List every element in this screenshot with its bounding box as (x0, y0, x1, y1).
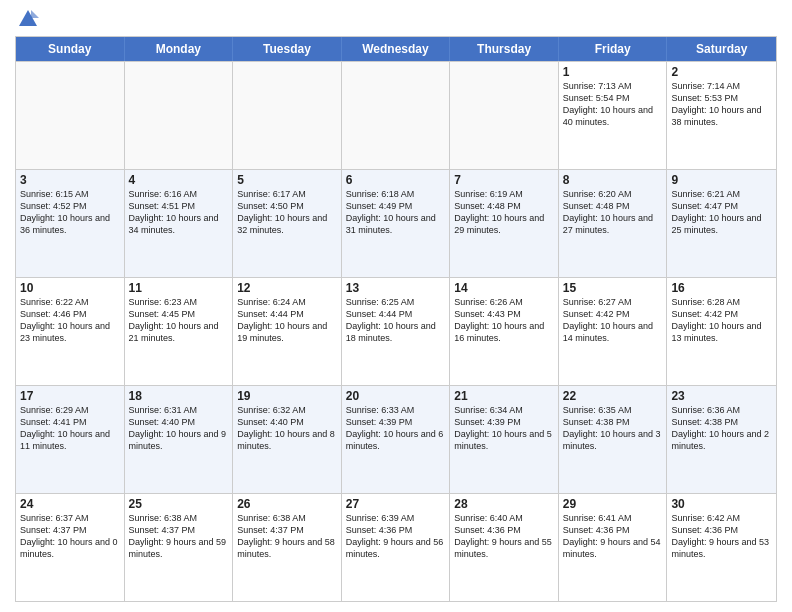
calendar-cell: 12Sunrise: 6:24 AM Sunset: 4:44 PM Dayli… (233, 278, 342, 385)
calendar-cell: 1Sunrise: 7:13 AM Sunset: 5:54 PM Daylig… (559, 62, 668, 169)
calendar-cell: 29Sunrise: 6:41 AM Sunset: 4:36 PM Dayli… (559, 494, 668, 601)
calendar-cell (233, 62, 342, 169)
day-info: Sunrise: 6:16 AM Sunset: 4:51 PM Dayligh… (129, 188, 229, 237)
calendar-cell: 22Sunrise: 6:35 AM Sunset: 4:38 PM Dayli… (559, 386, 668, 493)
day-info: Sunrise: 6:25 AM Sunset: 4:44 PM Dayligh… (346, 296, 446, 345)
day-info: Sunrise: 6:37 AM Sunset: 4:37 PM Dayligh… (20, 512, 120, 561)
day-info: Sunrise: 6:38 AM Sunset: 4:37 PM Dayligh… (129, 512, 229, 561)
calendar-cell: 26Sunrise: 6:38 AM Sunset: 4:37 PM Dayli… (233, 494, 342, 601)
svg-marker-1 (31, 10, 39, 18)
day-info: Sunrise: 6:42 AM Sunset: 4:36 PM Dayligh… (671, 512, 772, 561)
calendar-cell: 28Sunrise: 6:40 AM Sunset: 4:36 PM Dayli… (450, 494, 559, 601)
calendar-cell: 25Sunrise: 6:38 AM Sunset: 4:37 PM Dayli… (125, 494, 234, 601)
day-number: 5 (237, 173, 337, 187)
day-number: 29 (563, 497, 663, 511)
day-number: 7 (454, 173, 554, 187)
day-number: 6 (346, 173, 446, 187)
calendar-cell: 17Sunrise: 6:29 AM Sunset: 4:41 PM Dayli… (16, 386, 125, 493)
calendar-row: 10Sunrise: 6:22 AM Sunset: 4:46 PM Dayli… (16, 277, 776, 385)
day-info: Sunrise: 6:31 AM Sunset: 4:40 PM Dayligh… (129, 404, 229, 453)
day-number: 10 (20, 281, 120, 295)
weekday-header: Sunday (16, 37, 125, 61)
day-number: 8 (563, 173, 663, 187)
day-info: Sunrise: 6:22 AM Sunset: 4:46 PM Dayligh… (20, 296, 120, 345)
day-info: Sunrise: 6:15 AM Sunset: 4:52 PM Dayligh… (20, 188, 120, 237)
day-info: Sunrise: 7:13 AM Sunset: 5:54 PM Dayligh… (563, 80, 663, 129)
calendar-row: 3Sunrise: 6:15 AM Sunset: 4:52 PM Daylig… (16, 169, 776, 277)
calendar-body: 1Sunrise: 7:13 AM Sunset: 5:54 PM Daylig… (16, 61, 776, 601)
calendar-cell: 2Sunrise: 7:14 AM Sunset: 5:53 PM Daylig… (667, 62, 776, 169)
day-info: Sunrise: 6:38 AM Sunset: 4:37 PM Dayligh… (237, 512, 337, 561)
calendar-cell: 20Sunrise: 6:33 AM Sunset: 4:39 PM Dayli… (342, 386, 451, 493)
calendar-cell (342, 62, 451, 169)
day-number: 2 (671, 65, 772, 79)
day-info: Sunrise: 6:24 AM Sunset: 4:44 PM Dayligh… (237, 296, 337, 345)
day-info: Sunrise: 6:18 AM Sunset: 4:49 PM Dayligh… (346, 188, 446, 237)
day-number: 24 (20, 497, 120, 511)
calendar-cell: 13Sunrise: 6:25 AM Sunset: 4:44 PM Dayli… (342, 278, 451, 385)
day-info: Sunrise: 6:40 AM Sunset: 4:36 PM Dayligh… (454, 512, 554, 561)
calendar-cell: 11Sunrise: 6:23 AM Sunset: 4:45 PM Dayli… (125, 278, 234, 385)
day-number: 22 (563, 389, 663, 403)
day-info: Sunrise: 6:34 AM Sunset: 4:39 PM Dayligh… (454, 404, 554, 453)
day-number: 1 (563, 65, 663, 79)
day-number: 16 (671, 281, 772, 295)
calendar-cell: 4Sunrise: 6:16 AM Sunset: 4:51 PM Daylig… (125, 170, 234, 277)
day-number: 21 (454, 389, 554, 403)
day-info: Sunrise: 6:39 AM Sunset: 4:36 PM Dayligh… (346, 512, 446, 561)
day-number: 23 (671, 389, 772, 403)
calendar-cell: 24Sunrise: 6:37 AM Sunset: 4:37 PM Dayli… (16, 494, 125, 601)
weekday-header: Friday (559, 37, 668, 61)
page: SundayMondayTuesdayWednesdayThursdayFrid… (0, 0, 792, 612)
day-info: Sunrise: 7:14 AM Sunset: 5:53 PM Dayligh… (671, 80, 772, 129)
weekday-header: Monday (125, 37, 234, 61)
day-number: 4 (129, 173, 229, 187)
calendar-cell: 27Sunrise: 6:39 AM Sunset: 4:36 PM Dayli… (342, 494, 451, 601)
calendar-cell (16, 62, 125, 169)
weekday-header: Tuesday (233, 37, 342, 61)
calendar-cell (125, 62, 234, 169)
calendar-cell: 21Sunrise: 6:34 AM Sunset: 4:39 PM Dayli… (450, 386, 559, 493)
calendar-cell: 7Sunrise: 6:19 AM Sunset: 4:48 PM Daylig… (450, 170, 559, 277)
day-number: 15 (563, 281, 663, 295)
day-info: Sunrise: 6:35 AM Sunset: 4:38 PM Dayligh… (563, 404, 663, 453)
calendar-row: 17Sunrise: 6:29 AM Sunset: 4:41 PM Dayli… (16, 385, 776, 493)
day-info: Sunrise: 6:19 AM Sunset: 4:48 PM Dayligh… (454, 188, 554, 237)
day-number: 28 (454, 497, 554, 511)
calendar-cell: 18Sunrise: 6:31 AM Sunset: 4:40 PM Dayli… (125, 386, 234, 493)
calendar-cell: 23Sunrise: 6:36 AM Sunset: 4:38 PM Dayli… (667, 386, 776, 493)
day-info: Sunrise: 6:41 AM Sunset: 4:36 PM Dayligh… (563, 512, 663, 561)
logo (15, 10, 39, 30)
day-number: 27 (346, 497, 446, 511)
day-info: Sunrise: 6:27 AM Sunset: 4:42 PM Dayligh… (563, 296, 663, 345)
day-number: 30 (671, 497, 772, 511)
header (15, 10, 777, 30)
day-number: 19 (237, 389, 337, 403)
calendar-header: SundayMondayTuesdayWednesdayThursdayFrid… (16, 37, 776, 61)
calendar-cell: 9Sunrise: 6:21 AM Sunset: 4:47 PM Daylig… (667, 170, 776, 277)
calendar-cell: 19Sunrise: 6:32 AM Sunset: 4:40 PM Dayli… (233, 386, 342, 493)
day-number: 3 (20, 173, 120, 187)
calendar-cell: 16Sunrise: 6:28 AM Sunset: 4:42 PM Dayli… (667, 278, 776, 385)
day-info: Sunrise: 6:28 AM Sunset: 4:42 PM Dayligh… (671, 296, 772, 345)
calendar-row: 24Sunrise: 6:37 AM Sunset: 4:37 PM Dayli… (16, 493, 776, 601)
calendar-cell: 14Sunrise: 6:26 AM Sunset: 4:43 PM Dayli… (450, 278, 559, 385)
calendar-cell: 5Sunrise: 6:17 AM Sunset: 4:50 PM Daylig… (233, 170, 342, 277)
day-info: Sunrise: 6:17 AM Sunset: 4:50 PM Dayligh… (237, 188, 337, 237)
day-number: 25 (129, 497, 229, 511)
weekday-header: Saturday (667, 37, 776, 61)
day-info: Sunrise: 6:21 AM Sunset: 4:47 PM Dayligh… (671, 188, 772, 237)
logo-icon (17, 8, 39, 30)
day-info: Sunrise: 6:33 AM Sunset: 4:39 PM Dayligh… (346, 404, 446, 453)
weekday-header: Thursday (450, 37, 559, 61)
calendar-cell (450, 62, 559, 169)
calendar-cell: 3Sunrise: 6:15 AM Sunset: 4:52 PM Daylig… (16, 170, 125, 277)
day-info: Sunrise: 6:36 AM Sunset: 4:38 PM Dayligh… (671, 404, 772, 453)
calendar-cell: 30Sunrise: 6:42 AM Sunset: 4:36 PM Dayli… (667, 494, 776, 601)
day-number: 26 (237, 497, 337, 511)
day-info: Sunrise: 6:32 AM Sunset: 4:40 PM Dayligh… (237, 404, 337, 453)
day-number: 18 (129, 389, 229, 403)
day-info: Sunrise: 6:26 AM Sunset: 4:43 PM Dayligh… (454, 296, 554, 345)
day-number: 20 (346, 389, 446, 403)
calendar-row: 1Sunrise: 7:13 AM Sunset: 5:54 PM Daylig… (16, 61, 776, 169)
